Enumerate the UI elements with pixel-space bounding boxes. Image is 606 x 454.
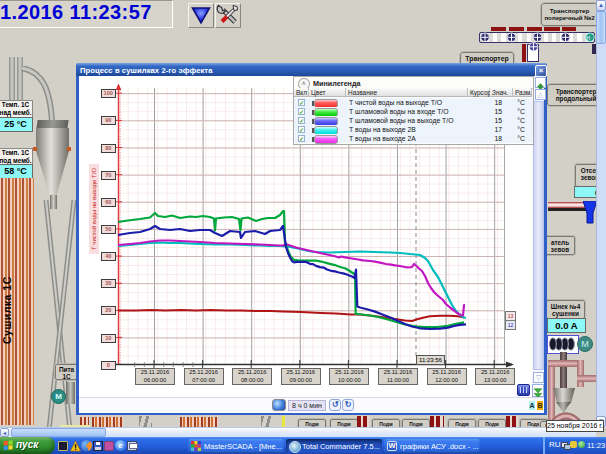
svg-text:H: H (586, 35, 590, 41)
